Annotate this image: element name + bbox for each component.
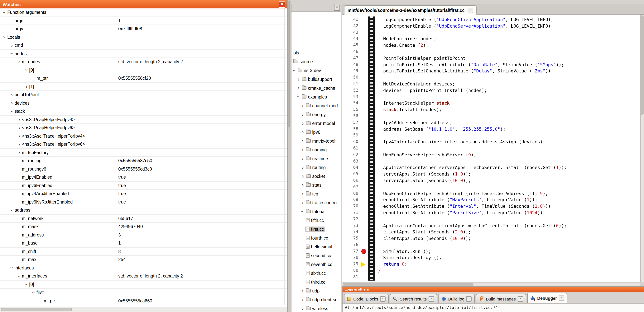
line-number[interactable]: 70 [342, 203, 360, 210]
watch-row[interactable]: <ns3::AsciiTraceHelperForIpv6> [0, 140, 287, 149]
expand-icon[interactable] [301, 200, 305, 205]
code-line-76[interactable]: 76 [342, 242, 640, 248]
tree-item-source[interactable]: source [292, 57, 341, 66]
watch-row[interactable]: address [0, 206, 287, 214]
line-number[interactable]: 44 [342, 36, 360, 42]
code-line-62[interactable]: 62 UdpEchoServerHelper echoServer (9); [342, 152, 640, 158]
watch-row[interactable]: Locals [0, 33, 287, 41]
breakpoint-icon[interactable] [361, 249, 366, 254]
watch-row[interactable]: pointToPoint [0, 91, 287, 99]
code-line-49[interactable]: 49 pointToPoint.SetChannelAttribute ("De… [342, 68, 640, 75]
code-line-56[interactable]: 56 [342, 113, 640, 120]
code-line-43[interactable]: 43 [342, 29, 640, 36]
code-line-53[interactable]: 53 [342, 94, 640, 100]
code-line-60[interactable]: 60 Ipv4InterfaceContainer interfaces = a… [342, 139, 640, 145]
line-number[interactable]: 58 [342, 126, 360, 133]
expand-icon[interactable] [9, 92, 14, 97]
watch-row[interactable]: m_network655617 [0, 214, 287, 223]
tree-item-cmake-cache[interactable]: cmake_cache [292, 84, 341, 92]
line-number[interactable]: 76 [342, 242, 360, 248]
code-line-50[interactable]: 50 [342, 74, 640, 81]
code-line-51[interactable]: 51 NetDeviceContainer devices; [342, 81, 640, 87]
tree-item-channel-mod[interactable]: channel-mod [292, 101, 341, 110]
expand-icon[interactable] [296, 77, 301, 82]
scrollbar-thumb[interactable] [288, 1, 290, 127]
tree-item-socket[interactable]: socket [292, 172, 341, 180]
watch-row[interactable]: m_shift8 [0, 247, 287, 256]
watch-row[interactable]: m_max254 [0, 256, 287, 264]
line-number[interactable]: 78 [342, 255, 360, 261]
watch-row[interactable]: Function arguments [0, 8, 287, 17]
line-number[interactable]: 72 [342, 216, 360, 222]
code-line-68[interactable]: 68 UdpEchoClientHelper echoClient (inter… [342, 190, 640, 197]
logs-tab-debugger[interactable]: Debugger× [527, 293, 568, 303]
close-icon[interactable]: × [466, 296, 472, 302]
close-icon[interactable]: × [428, 296, 434, 302]
collapse-icon[interactable] [292, 68, 296, 73]
code-line-61[interactable]: 61 [342, 145, 640, 152]
code-line-52[interactable]: 52 devices = pointToPoint.Install (nodes… [342, 87, 640, 94]
watch-row[interactable]: m_base1 [0, 239, 287, 247]
expand-icon[interactable] [301, 103, 305, 108]
watch-row[interactable]: m_routing0x555555587c50 [0, 157, 287, 165]
line-number[interactable]: 67 [342, 184, 360, 190]
collapse-icon[interactable] [16, 274, 22, 279]
collapse-icon[interactable] [2, 34, 7, 40]
logs-tab-code-blocks[interactable]: Code::Blocks× [344, 294, 389, 303]
expand-icon[interactable] [301, 191, 305, 196]
tree-item-third-cc[interactable]: third.cc [292, 278, 341, 286]
tree-item-naming[interactable]: naming [292, 145, 341, 154]
file-tree[interactable]: olssourcens-3-devbuildsupportcmake_cache… [292, 48, 341, 312]
expand-icon[interactable] [301, 130, 305, 135]
expand-icon[interactable] [16, 150, 22, 155]
code-line-55[interactable]: 55 stack.Install (nodes); [342, 107, 640, 113]
code-line-54[interactable]: 54 InternetStackHelper stack; [342, 100, 640, 107]
watch-row[interactable]: [0] [0, 280, 287, 289]
code-line-45[interactable]: 45 nodes.Create (2); [342, 42, 640, 49]
line-number[interactable]: 66 [342, 177, 360, 184]
code-line-48[interactable]: 48 pointToPoint.SetDeviceAttribute ("Dat… [342, 61, 640, 68]
logs-tab-build-messages[interactable]: Build messages× [476, 294, 526, 303]
collapse-icon[interactable] [9, 109, 14, 114]
code-line-81[interactable]: 81 [342, 274, 640, 281]
line-number[interactable]: 47 [342, 55, 360, 62]
watch-row[interactable]: m_nodesstd::vector of length 2, capacity… [0, 58, 287, 66]
code-line-73[interactable]: 73 ApplicationContainer clientApps = ech… [342, 222, 640, 229]
watch-row[interactable]: devices [0, 99, 287, 107]
collapse-icon[interactable] [9, 265, 14, 270]
code-line-64[interactable]: 64 ApplicationContainer serverApps = ech… [342, 165, 640, 171]
line-number[interactable]: 74 [342, 229, 360, 236]
watch-row[interactable]: <ns3::PcapHelperForIpv4> [0, 116, 287, 124]
watch-row[interactable]: interfaces [0, 264, 287, 272]
line-number[interactable]: 79 [342, 261, 360, 268]
tree-item-wireless[interactable]: wireless [292, 304, 341, 312]
line-number[interactable]: 45 [342, 42, 360, 49]
collapse-icon[interactable] [9, 51, 14, 56]
line-number[interactable]: 55 [342, 107, 360, 113]
line-number[interactable]: 63 [342, 158, 360, 165]
expand-icon[interactable] [296, 85, 301, 91]
line-number[interactable]: 61 [342, 145, 360, 152]
logs-titlebar[interactable]: Logs & others [342, 287, 644, 292]
watch-row[interactable]: m_tcpFactory [0, 149, 287, 157]
watch-row[interactable]: <ns3::PcapHelperForIpv6> [0, 124, 287, 132]
line-number[interactable]: 50 [342, 74, 360, 81]
tree-item-buildsupport[interactable]: buildsupport [292, 75, 341, 84]
watches-vertical-scrollbar[interactable] [287, 0, 291, 312]
code-line-59[interactable]: 59 [342, 133, 640, 139]
code-editor[interactable]: 41 LogComponentEnable ("UdpEchoClientApp… [342, 14, 640, 282]
watch-row[interactable]: first [0, 289, 287, 297]
expand-icon[interactable] [301, 147, 305, 152]
code-line-47[interactable]: 47 PointToPointHelper pointToPoint; [342, 55, 640, 62]
watch-row[interactable]: m_ptr0x5555555ca660 [0, 297, 287, 305]
collapse-icon[interactable] [9, 208, 14, 213]
watch-row[interactable]: argc1 [0, 17, 287, 25]
code-line-79[interactable]: 79 return 0; [342, 261, 640, 268]
watch-row[interactable]: argv0x7fffffffdf08 [0, 25, 287, 33]
watch-row[interactable]: m_ipv6Enabledtrue [0, 181, 287, 190]
expand-icon[interactable] [16, 133, 22, 139]
code-line-72[interactable]: 72 [342, 216, 640, 222]
tree-item-realtime[interactable]: realtime [292, 154, 341, 163]
tree-item-fifth-cc[interactable]: fifth.cc [292, 216, 341, 225]
expand-icon[interactable] [16, 125, 22, 130]
